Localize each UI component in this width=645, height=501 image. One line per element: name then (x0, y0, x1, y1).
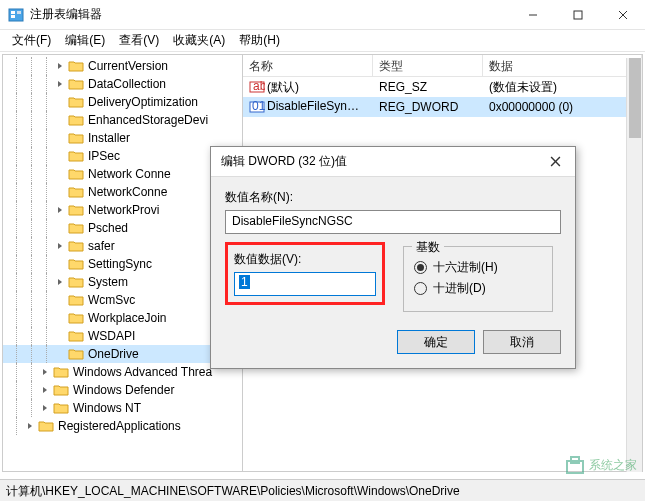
radio-dec[interactable]: 十进制(D) (414, 280, 542, 297)
tree-item[interactable]: WorkplaceJoin (3, 309, 242, 327)
tree-item[interactable]: Installer (3, 129, 242, 147)
tree-item[interactable]: System (3, 273, 242, 291)
folder-icon (68, 95, 84, 109)
folder-icon (68, 239, 84, 253)
tree-view[interactable]: CurrentVersionDataCollectionDeliveryOpti… (3, 55, 243, 471)
vertical-scrollbar[interactable] (626, 58, 642, 472)
menu-file[interactable]: 文件(F) (6, 30, 57, 51)
watermark: 系统之家 (565, 455, 637, 475)
expand-icon[interactable] (54, 150, 66, 162)
list-row[interactable]: 011DisableFileSyn…REG_DWORD0x00000000 (0… (243, 97, 642, 117)
tree-item[interactable]: DataCollection (3, 75, 242, 93)
tree-label: Windows Advanced Threa (73, 365, 212, 379)
col-data[interactable]: 数据 (483, 55, 642, 76)
menu-view[interactable]: 查看(V) (113, 30, 165, 51)
maximize-button[interactable] (555, 0, 600, 30)
svg-rect-1 (11, 11, 15, 14)
tree-item[interactable]: Windows Defender (3, 381, 242, 399)
window-title: 注册表编辑器 (30, 6, 510, 23)
close-button[interactable] (600, 0, 645, 30)
expand-icon[interactable] (54, 186, 66, 198)
value-name: (默认) (267, 80, 299, 94)
expand-icon[interactable] (54, 114, 66, 126)
svg-rect-2 (11, 15, 15, 18)
menu-help[interactable]: 帮助(H) (233, 30, 286, 51)
expand-icon[interactable] (39, 366, 51, 378)
cancel-button[interactable]: 取消 (483, 330, 561, 354)
expand-icon[interactable] (54, 132, 66, 144)
value-name-input[interactable]: DisableFileSyncNGSC (225, 210, 561, 234)
radio-hex-label: 十六进制(H) (433, 259, 498, 276)
value-data-input[interactable]: 1 (234, 272, 376, 296)
radio-dec-icon (414, 282, 427, 295)
expand-icon[interactable] (54, 168, 66, 180)
folder-icon (68, 329, 84, 343)
radio-hex[interactable]: 十六进制(H) (414, 259, 542, 276)
folder-icon (68, 59, 84, 73)
tree-item[interactable]: RegisteredApplications (3, 417, 242, 435)
tree-item[interactable]: EnhancedStorageDevi (3, 111, 242, 129)
tree-item[interactable]: Windows NT (3, 399, 242, 417)
expand-icon[interactable] (54, 240, 66, 252)
expand-icon[interactable] (54, 330, 66, 342)
base-legend: 基数 (412, 239, 444, 256)
value-type-icon: 011 (249, 99, 265, 115)
expand-icon[interactable] (54, 60, 66, 72)
tree-label: DeliveryOptimization (88, 95, 198, 109)
tree-item[interactable]: WcmSvc (3, 291, 242, 309)
folder-icon (68, 149, 84, 163)
menu-favorites[interactable]: 收藏夹(A) (167, 30, 231, 51)
expand-icon[interactable] (24, 420, 36, 432)
tree-label: Installer (88, 131, 130, 145)
scrollbar-thumb[interactable] (629, 58, 641, 138)
expand-icon[interactable] (39, 384, 51, 396)
folder-icon (68, 113, 84, 127)
folder-icon (68, 221, 84, 235)
value-data: (数值未设置) (483, 77, 642, 98)
folder-icon (68, 203, 84, 217)
tree-item[interactable]: safer (3, 237, 242, 255)
list-row[interactable]: ab(默认)REG_SZ(数值未设置) (243, 77, 642, 97)
tree-label: CurrentVersion (88, 59, 168, 73)
tree-item[interactable]: SettingSync (3, 255, 242, 273)
expand-icon[interactable] (54, 258, 66, 270)
expand-icon[interactable] (54, 222, 66, 234)
minimize-button[interactable] (510, 0, 555, 30)
expand-icon[interactable] (54, 78, 66, 90)
tree-item[interactable]: Psched (3, 219, 242, 237)
col-name[interactable]: 名称 (243, 55, 373, 76)
tree-item[interactable]: CurrentVersion (3, 57, 242, 75)
tree-item[interactable]: Network Conne (3, 165, 242, 183)
tree-label: SettingSync (88, 257, 152, 271)
value-name-label: 数值名称(N): (225, 189, 561, 206)
expand-icon[interactable] (54, 294, 66, 306)
folder-icon (38, 419, 54, 433)
folder-icon (68, 167, 84, 181)
folder-icon (68, 131, 84, 145)
tree-label: OneDrive (88, 347, 139, 361)
tree-item[interactable]: WSDAPI (3, 327, 242, 345)
tree-item[interactable]: OneDrive (3, 345, 242, 363)
expand-icon[interactable] (54, 204, 66, 216)
value-type: REG_SZ (373, 78, 483, 96)
col-type[interactable]: 类型 (373, 55, 483, 76)
expand-icon[interactable] (54, 348, 66, 360)
value-data: 0x00000000 (0) (483, 98, 642, 116)
svg-rect-5 (574, 11, 582, 19)
dialog-close-button[interactable] (535, 147, 575, 177)
tree-label: Windows Defender (73, 383, 174, 397)
folder-icon (53, 401, 69, 415)
expand-icon[interactable] (54, 312, 66, 324)
expand-icon[interactable] (54, 276, 66, 288)
expand-icon[interactable] (54, 96, 66, 108)
tree-item[interactable]: IPSec (3, 147, 242, 165)
tree-item[interactable]: DeliveryOptimization (3, 93, 242, 111)
tree-item[interactable]: Windows Advanced Threa (3, 363, 242, 381)
value-data-label: 数值数据(V): (234, 251, 376, 268)
tree-item[interactable]: NetworkConne (3, 183, 242, 201)
edit-dword-dialog: 编辑 DWORD (32 位)值 数值名称(N): DisableFileSyn… (210, 146, 576, 369)
ok-button[interactable]: 确定 (397, 330, 475, 354)
tree-item[interactable]: NetworkProvi (3, 201, 242, 219)
expand-icon[interactable] (39, 402, 51, 414)
menu-edit[interactable]: 编辑(E) (59, 30, 111, 51)
